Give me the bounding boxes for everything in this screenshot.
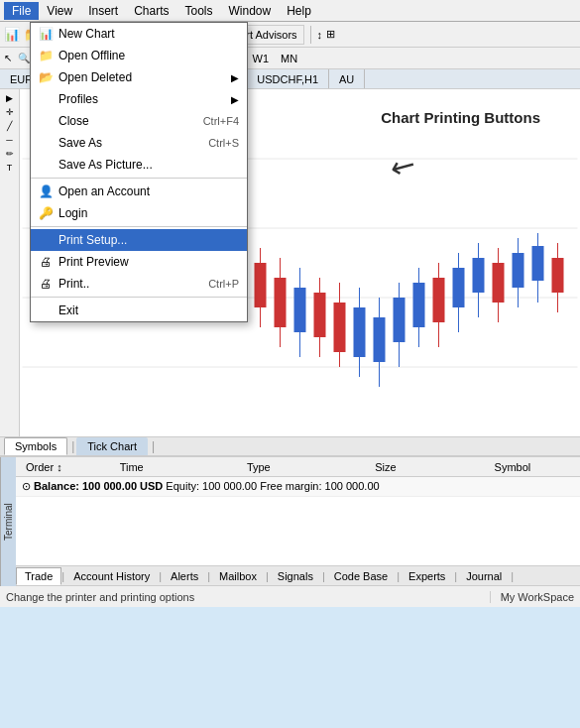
login-icon: 🔑 xyxy=(37,206,55,220)
menu-open-account[interactable]: 👤 Open an Account xyxy=(31,181,247,202)
tf-mn[interactable]: MN xyxy=(276,52,302,65)
hline-icon[interactable]: ─ xyxy=(6,135,12,145)
balance-text: ⊙ Balance: 100 000.00 USD Equity: 100 00… xyxy=(22,480,380,492)
menu-open-offline[interactable]: 📁 Open Offline xyxy=(31,45,247,66)
dropdown-sep-3 xyxy=(31,297,247,298)
col-type: Type xyxy=(195,461,322,473)
svg-rect-37 xyxy=(354,307,366,357)
svg-rect-35 xyxy=(334,303,346,352)
menu-login[interactable]: 🔑 Login xyxy=(31,202,247,224)
col-size: Size xyxy=(322,461,449,473)
crosshair-icon[interactable]: ✛ xyxy=(6,107,14,117)
menu-print-label: Print.. xyxy=(58,277,89,291)
save-as-shortcut: Ctrl+S xyxy=(208,137,239,149)
line-icon[interactable]: ╱ xyxy=(7,121,12,131)
menu-print-preview[interactable]: 🖨 Print Preview xyxy=(31,251,247,273)
menu-open-offline-label: Open Offline xyxy=(58,49,125,62)
svg-rect-51 xyxy=(493,263,505,303)
menu-save-as[interactable]: Save As Ctrl+S xyxy=(31,132,247,154)
status-left: Change the printer and printing options xyxy=(6,591,194,603)
profiles-arrow: ▶ xyxy=(231,94,239,105)
new-chart-icon[interactable]: 📊 xyxy=(4,27,20,42)
terminal-tab-alerts[interactable]: Alerts xyxy=(162,567,207,585)
tf-w1[interactable]: W1 xyxy=(248,52,275,65)
print-shortcut: Ctrl+P xyxy=(208,278,239,290)
terminal-tab-history[interactable]: Account History xyxy=(64,567,159,585)
text-icon[interactable]: T xyxy=(7,163,13,173)
menu-tools[interactable]: Tools xyxy=(177,2,221,20)
svg-rect-49 xyxy=(473,258,485,293)
menu-print-setup[interactable]: Print Setup... xyxy=(31,229,247,251)
arrow-up-icon[interactable]: ▶ xyxy=(6,93,13,103)
svg-rect-43 xyxy=(413,283,425,327)
grid-icon[interactable]: ⊞ xyxy=(326,28,335,41)
sort-icon[interactable]: ↕ xyxy=(317,29,323,41)
menu-open-deleted-label: Open Deleted xyxy=(58,70,132,84)
open-deleted-arrow: ▶ xyxy=(231,72,239,83)
toolbar-sep-4 xyxy=(310,26,311,44)
menu-exit[interactable]: Exit xyxy=(31,300,247,321)
menu-window[interactable]: Window xyxy=(221,2,280,20)
tab-sep-8: | xyxy=(511,570,514,582)
close-shortcut: Ctrl+F4 xyxy=(203,115,239,127)
chart-annotation: Chart Printing Buttons xyxy=(381,109,540,126)
terminal-tab-journal[interactable]: Journal xyxy=(457,567,511,585)
menu-close[interactable]: Close Ctrl+F4 xyxy=(31,110,247,132)
open-offline-icon: 📁 xyxy=(37,49,55,62)
terminal-tab-trade[interactable]: Trade xyxy=(16,567,61,585)
terminal-header: Order ↕ Time Type Size Symbol xyxy=(16,457,580,477)
menu-new-chart[interactable]: 📊 New Chart xyxy=(31,23,247,45)
svg-rect-41 xyxy=(394,298,406,342)
pair-tab-usdchf[interactable]: USDCHF,H1 xyxy=(247,69,329,88)
dropdown-sep-1 xyxy=(31,178,247,179)
svg-rect-31 xyxy=(294,288,306,332)
print-preview-icon: 🖨 xyxy=(37,255,55,269)
menu-file[interactable]: File xyxy=(4,2,39,20)
menu-help[interactable]: Help xyxy=(279,2,319,20)
svg-rect-39 xyxy=(374,317,386,362)
chart-tab-symbols[interactable]: Symbols xyxy=(4,437,67,455)
svg-rect-55 xyxy=(532,246,544,281)
chart-tab-sep2: | xyxy=(152,439,155,453)
status-bar: Change the printer and printing options … xyxy=(0,585,580,607)
open-account-icon: 👤 xyxy=(37,184,55,198)
balance-row: ⊙ Balance: 100 000.00 USD Equity: 100 00… xyxy=(16,477,580,497)
pair-tab-au[interactable]: AU xyxy=(329,69,365,88)
chart-tab-tick[interactable]: Tick Chart xyxy=(76,437,148,455)
menu-profiles[interactable]: Profiles ▶ xyxy=(31,88,247,110)
menu-open-account-label: Open an Account xyxy=(58,184,150,198)
menu-view[interactable]: View xyxy=(39,2,80,20)
svg-rect-33 xyxy=(314,293,326,337)
col-symbol: Symbol xyxy=(449,461,576,473)
col-order: Order ↕ xyxy=(20,461,68,473)
status-right: My WorkSpace xyxy=(490,591,574,603)
pen-icon[interactable]: ✏ xyxy=(6,149,14,159)
terminal-panel: Terminal Order ↕ Time Type Size Symbol ⊙… xyxy=(0,456,580,585)
menu-exit-label: Exit xyxy=(58,303,78,317)
file-dropdown-menu: 📊 New Chart 📁 Open Offline 📂 Open Delete… xyxy=(30,22,248,322)
svg-rect-45 xyxy=(433,278,445,322)
svg-rect-29 xyxy=(275,278,287,327)
terminal-content: Order ↕ Time Type Size Symbol ⊙ Balance:… xyxy=(16,457,580,585)
menu-save-picture[interactable]: Save As Picture... xyxy=(31,154,247,176)
svg-rect-57 xyxy=(552,258,564,293)
menu-charts[interactable]: Charts xyxy=(126,2,176,20)
terminal-tab-experts[interactable]: Experts xyxy=(400,567,454,585)
terminal-tab-mailbox[interactable]: Mailbox xyxy=(210,567,266,585)
col-time: Time xyxy=(68,461,195,473)
left-sidebar: ▶ ✛ ╱ ─ ✏ T xyxy=(0,89,20,436)
menu-open-deleted[interactable]: 📂 Open Deleted ▶ xyxy=(31,66,247,88)
menu-login-label: Login xyxy=(58,206,87,220)
print-icon: 🖨 xyxy=(37,277,55,291)
svg-rect-27 xyxy=(255,263,267,307)
menu-insert[interactable]: Insert xyxy=(80,2,126,20)
terminal-label[interactable]: Terminal xyxy=(0,457,16,586)
terminal-tabs: Trade | Account History | Alerts | Mailb… xyxy=(16,565,580,585)
terminal-tab-signals[interactable]: Signals xyxy=(269,567,322,585)
menu-print-setup-label: Print Setup... xyxy=(58,233,127,247)
menu-print[interactable]: 🖨 Print.. Ctrl+P xyxy=(31,273,247,295)
cursor-icon: ↖ xyxy=(4,53,12,63)
menu-save-as-label: Save As xyxy=(58,136,102,150)
svg-rect-53 xyxy=(513,253,524,288)
terminal-tab-codebase[interactable]: Code Base xyxy=(325,567,397,585)
